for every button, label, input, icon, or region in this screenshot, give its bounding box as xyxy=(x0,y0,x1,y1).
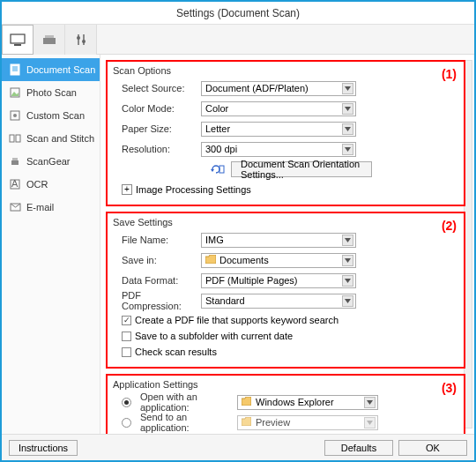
checkbox-label: Create a PDF file that supports keyword … xyxy=(135,315,338,325)
custom-scan-icon xyxy=(9,109,21,122)
svg-marker-30 xyxy=(205,255,216,264)
section-title: Scan Options xyxy=(113,65,458,76)
send-to-app-combo[interactable]: Preview xyxy=(237,415,378,430)
svg-rect-18 xyxy=(11,160,19,165)
chevron-down-icon xyxy=(364,417,376,428)
scan-options-panel: (1) Scan Options Select Source: Document… xyxy=(106,60,465,206)
explorer-icon xyxy=(242,397,252,407)
sidebar-item-label: ScanGear xyxy=(26,156,71,167)
keyword-search-checkbox[interactable] xyxy=(122,316,131,325)
chevron-down-icon xyxy=(342,275,353,287)
settings-window: Settings (Document Scan) Document Scan P… xyxy=(0,0,476,462)
save-in-combo[interactable]: Documents xyxy=(201,253,356,268)
defaults-button[interactable]: Defaults xyxy=(324,440,393,456)
check-results-checkbox[interactable] xyxy=(122,347,131,357)
resolution-label: Resolution: xyxy=(113,144,201,154)
sidebar-item-label: E-mail xyxy=(26,202,54,212)
svg-rect-1 xyxy=(14,44,21,46)
combo-value: 300 dpi xyxy=(205,144,237,154)
pdf-compression-label: PDF Compression: xyxy=(113,290,201,311)
sidebar-item-label: Document Scan xyxy=(26,64,95,75)
combo-value: Letter xyxy=(205,123,230,134)
svg-point-15 xyxy=(13,114,17,117)
file-name-combo[interactable]: IMG xyxy=(201,233,356,248)
paper-size-label: Paper Size: xyxy=(113,123,201,134)
checkbox-label: Save to a subfolder with current date xyxy=(135,331,293,341)
svg-marker-24 xyxy=(345,107,351,111)
chevron-down-icon xyxy=(342,255,353,266)
select-source-combo[interactable]: Document (ADF/Platen) xyxy=(201,81,356,96)
combo-value: Color xyxy=(205,103,228,114)
toolbar xyxy=(2,25,474,55)
svg-marker-26 xyxy=(345,147,351,152)
titlebar: Settings (Document Scan) xyxy=(2,2,474,25)
svg-marker-32 xyxy=(345,279,351,283)
sidebar-item-scangear[interactable]: ScanGear xyxy=(2,150,100,173)
combo-value: Standard xyxy=(205,295,245,306)
sidebar-item-custom-scan[interactable]: Custom Scan xyxy=(2,104,100,127)
sidebar-item-label: Scan and Stitch xyxy=(26,133,94,144)
email-icon xyxy=(9,201,21,213)
color-mode-label: Color Mode: xyxy=(113,103,201,114)
folder-icon xyxy=(205,255,216,265)
resolution-combo[interactable]: 300 dpi xyxy=(201,142,356,157)
select-source-label: Select Source: xyxy=(113,83,201,93)
chevron-down-icon xyxy=(342,123,353,135)
section-title: Application Settings xyxy=(113,379,458,390)
tab-from-computer-icon[interactable] xyxy=(2,25,33,55)
open-with-app-combo[interactable]: Windows Explorer xyxy=(237,395,378,410)
section-title: Save Settings xyxy=(113,217,458,227)
svg-rect-0 xyxy=(11,34,25,43)
svg-marker-31 xyxy=(345,258,351,263)
paper-size-combo[interactable]: Letter xyxy=(201,122,356,137)
svg-marker-13 xyxy=(11,92,19,96)
image-processing-settings-label: Image Processing Settings xyxy=(136,184,251,195)
checkbox-label: Check scan results xyxy=(135,346,217,357)
sidebar-item-label: Photo Scan xyxy=(26,87,77,98)
chevron-down-icon xyxy=(342,103,353,115)
rotate-icon xyxy=(210,163,226,175)
svg-rect-17 xyxy=(16,135,20,142)
combo-value: IMG xyxy=(205,235,224,245)
chevron-down-icon xyxy=(342,144,353,155)
sidebar-item-ocr[interactable]: A OCR xyxy=(2,173,100,196)
instructions-button[interactable]: Instructions xyxy=(9,440,78,456)
svg-rect-2 xyxy=(43,38,56,44)
panel-number: (1) xyxy=(442,67,457,81)
ocr-icon: A xyxy=(9,178,21,190)
data-format-combo[interactable]: PDF (Multiple Pages) xyxy=(201,273,356,288)
expand-icon[interactable]: + xyxy=(122,184,132,195)
tab-preferences-icon[interactable] xyxy=(65,25,97,55)
open-with-app-radio[interactable] xyxy=(122,398,131,407)
application-settings-panel: (3) Application Settings Open with an ap… xyxy=(106,374,465,434)
sidebar-item-photo-scan[interactable]: Photo Scan xyxy=(2,81,100,104)
orientation-settings-button[interactable]: Document Scan Orientation Settings... xyxy=(231,161,372,177)
sidebar-item-label: Custom Scan xyxy=(26,110,85,121)
sidebar-item-email[interactable]: E-mail xyxy=(2,196,100,219)
send-to-app-radio[interactable] xyxy=(122,418,131,428)
save-in-label: Save in: xyxy=(113,255,201,265)
sidebar-item-document-scan[interactable]: Document Scan xyxy=(2,58,100,81)
panel-number: (2) xyxy=(442,219,457,233)
svg-marker-27 xyxy=(211,169,214,172)
chevron-down-icon xyxy=(342,295,353,307)
svg-rect-3 xyxy=(45,35,54,38)
preview-icon xyxy=(242,417,252,428)
stitch-icon xyxy=(9,132,21,145)
svg-marker-36 xyxy=(242,417,251,426)
tab-from-scanner-icon[interactable] xyxy=(33,25,65,55)
ok-button[interactable]: OK xyxy=(398,440,467,456)
svg-marker-37 xyxy=(367,421,373,425)
sidebar-item-scan-and-stitch[interactable]: Scan and Stitch xyxy=(2,127,100,150)
sidebar-item-label: OCR xyxy=(26,179,48,190)
file-name-label: File Name: xyxy=(113,235,201,245)
svg-rect-16 xyxy=(10,135,14,142)
subfolder-checkbox[interactable] xyxy=(122,332,131,341)
pdf-compression-combo[interactable]: Standard xyxy=(201,294,356,309)
svg-marker-25 xyxy=(345,127,351,131)
main-content: (1) Scan Options Select Source: Document… xyxy=(100,55,474,434)
color-mode-combo[interactable]: Color xyxy=(201,101,356,116)
sidebar: Document Scan Photo Scan Custom Scan Sca… xyxy=(2,55,100,434)
svg-rect-8 xyxy=(11,64,19,75)
svg-rect-19 xyxy=(12,158,18,160)
